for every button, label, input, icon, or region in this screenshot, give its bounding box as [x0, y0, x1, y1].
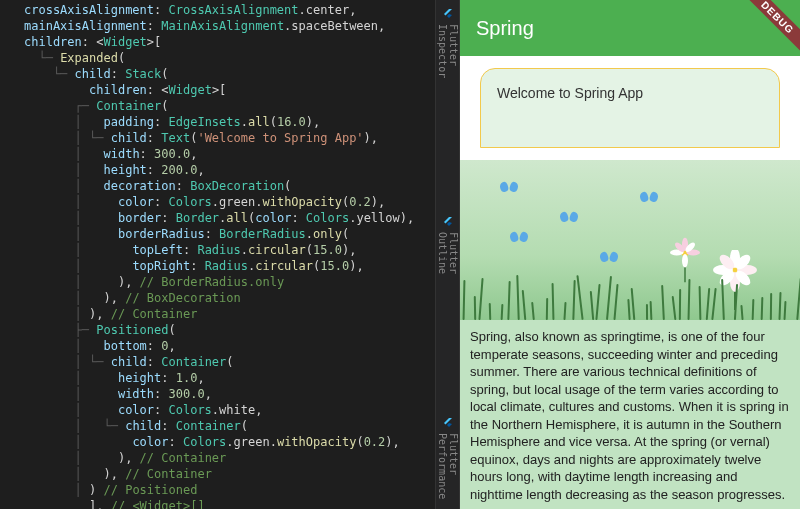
code-line[interactable]: │ ), // Container	[24, 450, 455, 466]
code-line[interactable]: ├─ Positioned(	[24, 322, 455, 338]
app-body: Welcome to Spring App	[460, 68, 800, 509]
flutter-icon	[442, 417, 454, 429]
code-line[interactable]: │ bottom: 0,	[24, 338, 455, 354]
code-line[interactable]: │ color: Colors.white,	[24, 402, 455, 418]
code-line[interactable]: │ width: 300.0,	[24, 146, 455, 162]
tab-label: Flutter Inspector	[437, 24, 459, 88]
code-line[interactable]: crossAxisAlignment: CrossAxisAlignment.c…	[24, 2, 455, 18]
butterfly-icon	[640, 190, 658, 204]
code-line[interactable]: │ ), // BorderRadius.only	[24, 274, 455, 290]
code-line[interactable]: └─ Expanded(	[24, 50, 455, 66]
flutter-icon	[442, 8, 454, 20]
butterfly-icon	[600, 250, 618, 264]
code-line[interactable]: │ topLeft: Radius.circular(15.0),	[24, 242, 455, 258]
code-line[interactable]: └─ child: Stack(	[24, 66, 455, 82]
app-bar-title: Spring	[476, 17, 534, 40]
spring-section: // grass blades (function(){ var img=doc…	[460, 160, 800, 509]
code-line[interactable]: │ └─ child: Container(	[24, 418, 455, 434]
code-line[interactable]: │ topRight: Radius.circular(15.0),	[24, 258, 455, 274]
code-line[interactable]: │ └─ child: Container(	[24, 354, 455, 370]
code-line[interactable]: │ ), // BoxDecoration	[24, 290, 455, 306]
code-line[interactable]: │ └─ child: Text('Welcome to Spring App'…	[24, 130, 455, 146]
code-editor[interactable]: crossAxisAlignment: CrossAxisAlignment.c…	[0, 0, 459, 509]
tab-flutter-outline[interactable]: Flutter Outline	[434, 212, 460, 292]
code-line[interactable]: │ ) // Positioned	[24, 482, 455, 498]
code-line[interactable]: │ border: Border.all(color: Colors.yello…	[24, 210, 455, 226]
tab-label: Flutter Performance	[437, 433, 459, 506]
spring-image: // grass blades (function(){ var img=doc…	[460, 160, 800, 320]
code-line[interactable]: │ height: 1.0,	[24, 370, 455, 386]
code-line[interactable]: │ ), // Container	[24, 466, 455, 482]
code-line[interactable]: │ width: 300.0,	[24, 386, 455, 402]
welcome-text: Welcome to Spring App	[497, 85, 643, 101]
code-line[interactable]: children: <Widget>[	[24, 82, 455, 98]
code-line[interactable]: children: <Widget>[	[24, 34, 455, 50]
tab-label: Flutter Outline	[437, 232, 459, 288]
code-line[interactable]: mainAxisAlignment: MainAxisAlignment.spa…	[24, 18, 455, 34]
flutter-icon	[442, 216, 454, 228]
code-line[interactable]: │ borderRadius: BorderRadius.only(	[24, 226, 455, 242]
butterfly-icon	[500, 180, 518, 194]
app-bar: Spring	[460, 0, 800, 56]
code-line[interactable]: │ padding: EdgeInsets.all(16.0),	[24, 114, 455, 130]
butterfly-icon	[560, 210, 578, 224]
code-line[interactable]: │ ), // Container	[24, 306, 455, 322]
welcome-card: Welcome to Spring App	[480, 68, 780, 148]
tool-window-tabs: Flutter Inspector Flutter Outline Flutte…	[435, 0, 459, 509]
code-line[interactable]: ┌─ Container(	[24, 98, 455, 114]
flower-icon	[666, 238, 704, 283]
tab-flutter-inspector[interactable]: Flutter Inspector	[434, 4, 460, 92]
svg-point-15	[682, 254, 688, 268]
code-line[interactable]: ], // <Widget>[]	[24, 498, 455, 509]
code-line[interactable]: │ color: Colors.green.withOpacity(0.2),	[24, 194, 455, 210]
spring-paragraph: Spring, also known as springtime, is one…	[460, 320, 800, 509]
code-line[interactable]: │ decoration: BoxDecoration(	[24, 178, 455, 194]
code-line[interactable]: │ color: Colors.green.withOpacity(0.2),	[24, 434, 455, 450]
code-line[interactable]: │ height: 200.0,	[24, 162, 455, 178]
butterfly-icon	[510, 230, 528, 244]
tab-flutter-performance[interactable]: Flutter Performance	[434, 413, 460, 510]
device-preview: DEBUG Spring Welcome to Spring App	[459, 0, 800, 509]
